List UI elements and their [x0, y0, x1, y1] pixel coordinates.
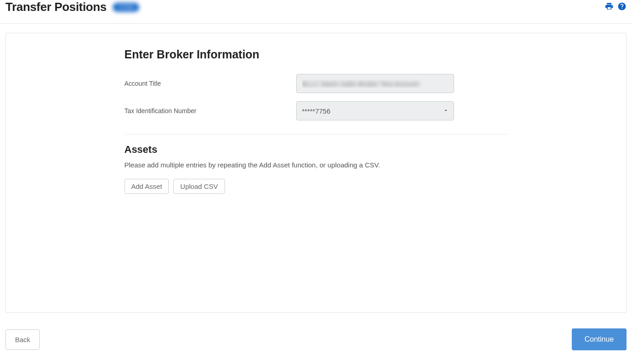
tax-id-select-wrap: *****7756	[296, 101, 454, 120]
title-badge: #7226	[113, 3, 139, 12]
page-header: Transfer Positions #7226	[0, 0, 632, 24]
header-left: Transfer Positions #7226	[5, 0, 139, 14]
section-divider	[125, 134, 508, 135]
upload-csv-button[interactable]: Upload CSV	[173, 179, 225, 194]
page-title: Transfer Positions	[5, 0, 106, 14]
assets-heading: Assets	[65, 144, 567, 156]
account-title-row: Account Title	[65, 74, 567, 93]
tax-id-row: Tax Identification Number *****7756	[65, 101, 567, 120]
header-right	[605, 2, 627, 13]
account-title-label: Account Title	[125, 80, 296, 87]
back-button[interactable]: Back	[5, 329, 40, 350]
panel-inner: Enter Broker Information Account Title T…	[65, 48, 567, 194]
account-title-input[interactable]	[296, 74, 454, 93]
footer-bar: Back Continue	[0, 313, 632, 354]
tax-id-select[interactable]: *****7756	[296, 101, 454, 120]
assets-description: Please add multiple entries by repeating…	[65, 161, 567, 169]
asset-buttons-row: Add Asset Upload CSV	[65, 179, 567, 194]
broker-info-heading: Enter Broker Information	[65, 48, 567, 61]
print-icon[interactable]	[605, 2, 614, 13]
main-panel: Enter Broker Information Account Title T…	[5, 33, 627, 313]
add-asset-button[interactable]: Add Asset	[125, 179, 169, 194]
tax-id-label: Tax Identification Number	[125, 107, 296, 114]
help-icon[interactable]	[617, 2, 627, 13]
continue-button[interactable]: Continue	[572, 328, 627, 350]
